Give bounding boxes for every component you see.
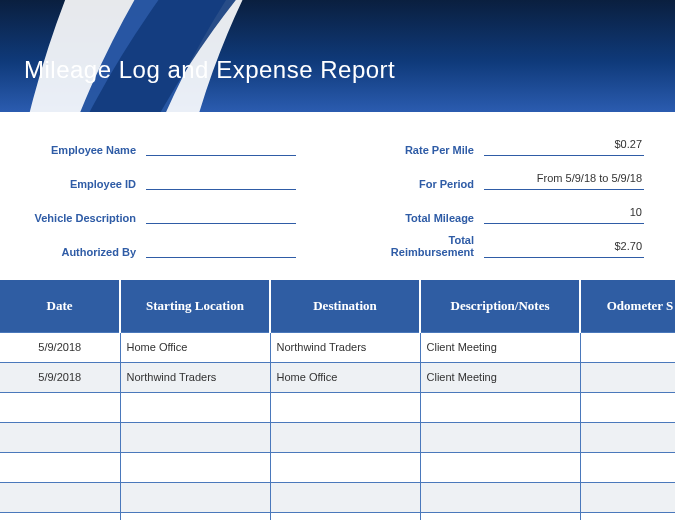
- cell-start[interactable]: [120, 422, 270, 452]
- cell-start[interactable]: [120, 452, 270, 482]
- cell-date[interactable]: 5/9/2018: [0, 362, 120, 392]
- value-rate-per-mile[interactable]: $0.27: [484, 138, 644, 156]
- mileage-table: Date Starting Location Destination Descr…: [0, 280, 675, 520]
- meta-section: Employee Name Employee ID Vehicle Descri…: [0, 112, 675, 268]
- field-vehicle-description: Vehicle Description: [28, 202, 296, 224]
- table-body: 5/9/2018 Home Office Northwind Traders C…: [0, 332, 675, 520]
- field-employee-name: Employee Name: [28, 134, 296, 156]
- cell-desc[interactable]: [420, 422, 580, 452]
- col-header-odometer: Odometer S: [580, 280, 675, 332]
- label-vehicle-description: Vehicle Description: [28, 212, 146, 224]
- table-row: 5/9/2018 Northwind Traders Home Office C…: [0, 362, 675, 392]
- cell-dest[interactable]: Northwind Traders: [270, 332, 420, 362]
- cell-date[interactable]: [0, 422, 120, 452]
- label-total-reimbursement: Total Reimbursement: [366, 234, 484, 258]
- cell-date[interactable]: [0, 452, 120, 482]
- label-rate-per-mile: Rate Per Mile: [366, 144, 484, 156]
- cell-odo[interactable]: [580, 362, 675, 392]
- table-row: [0, 512, 675, 520]
- field-rate-per-mile: Rate Per Mile $0.27: [366, 134, 644, 156]
- table-row: [0, 422, 675, 452]
- cell-start[interactable]: [120, 392, 270, 422]
- label-for-period: For Period: [366, 178, 484, 190]
- value-for-period[interactable]: From 5/9/18 to 5/9/18: [484, 172, 644, 190]
- value-total-mileage: 10: [484, 206, 644, 224]
- cell-odo[interactable]: [580, 332, 675, 362]
- col-header-destination: Destination: [270, 280, 420, 332]
- input-employee-id[interactable]: [146, 172, 296, 190]
- meta-right-column: Rate Per Mile $0.27 For Period From 5/9/…: [366, 134, 644, 258]
- cell-desc[interactable]: [420, 512, 580, 520]
- cell-dest[interactable]: [270, 452, 420, 482]
- cell-desc[interactable]: [420, 392, 580, 422]
- cell-odo[interactable]: [580, 482, 675, 512]
- cell-dest[interactable]: [270, 482, 420, 512]
- input-employee-name[interactable]: [146, 138, 296, 156]
- cell-start[interactable]: [120, 482, 270, 512]
- cell-odo[interactable]: [580, 512, 675, 520]
- col-header-starting-location: Starting Location: [120, 280, 270, 332]
- field-total-mileage: Total Mileage 10: [366, 202, 644, 224]
- field-authorized-by: Authorized By: [28, 236, 296, 258]
- cell-date[interactable]: [0, 482, 120, 512]
- label-total-mileage: Total Mileage: [366, 212, 484, 224]
- table-row: [0, 482, 675, 512]
- field-for-period: For Period From 5/9/18 to 5/9/18: [366, 168, 644, 190]
- col-header-date: Date: [0, 280, 120, 332]
- cell-start[interactable]: [120, 512, 270, 520]
- input-authorized-by[interactable]: [146, 240, 296, 258]
- cell-desc[interactable]: [420, 452, 580, 482]
- meta-left-column: Employee Name Employee ID Vehicle Descri…: [28, 134, 296, 258]
- field-total-reimbursement: Total Reimbursement $2.70: [366, 236, 644, 258]
- cell-date[interactable]: [0, 512, 120, 520]
- cell-desc[interactable]: [420, 482, 580, 512]
- col-header-description: Description/Notes: [420, 280, 580, 332]
- label-employee-id: Employee ID: [28, 178, 146, 190]
- cell-odo[interactable]: [580, 392, 675, 422]
- cell-odo[interactable]: [580, 452, 675, 482]
- cell-date[interactable]: 5/9/2018: [0, 332, 120, 362]
- cell-dest[interactable]: [270, 512, 420, 520]
- cell-start[interactable]: Northwind Traders: [120, 362, 270, 392]
- header-banner: Mileage Log and Expense Report: [0, 0, 675, 112]
- input-vehicle-description[interactable]: [146, 206, 296, 224]
- label-employee-name: Employee Name: [28, 144, 146, 156]
- cell-desc[interactable]: Client Meeting: [420, 332, 580, 362]
- label-authorized-by: Authorized By: [28, 246, 146, 258]
- cell-desc[interactable]: Client Meeting: [420, 362, 580, 392]
- table-row: [0, 452, 675, 482]
- table-row: [0, 392, 675, 422]
- value-total-reimbursement: $2.70: [484, 240, 644, 258]
- page-title: Mileage Log and Expense Report: [24, 56, 395, 84]
- cell-date[interactable]: [0, 392, 120, 422]
- field-employee-id: Employee ID: [28, 168, 296, 190]
- table-row: 5/9/2018 Home Office Northwind Traders C…: [0, 332, 675, 362]
- cell-dest[interactable]: [270, 422, 420, 452]
- cell-start[interactable]: Home Office: [120, 332, 270, 362]
- cell-dest[interactable]: [270, 392, 420, 422]
- cell-odo[interactable]: [580, 422, 675, 452]
- cell-dest[interactable]: Home Office: [270, 362, 420, 392]
- table-header-row: Date Starting Location Destination Descr…: [0, 280, 675, 332]
